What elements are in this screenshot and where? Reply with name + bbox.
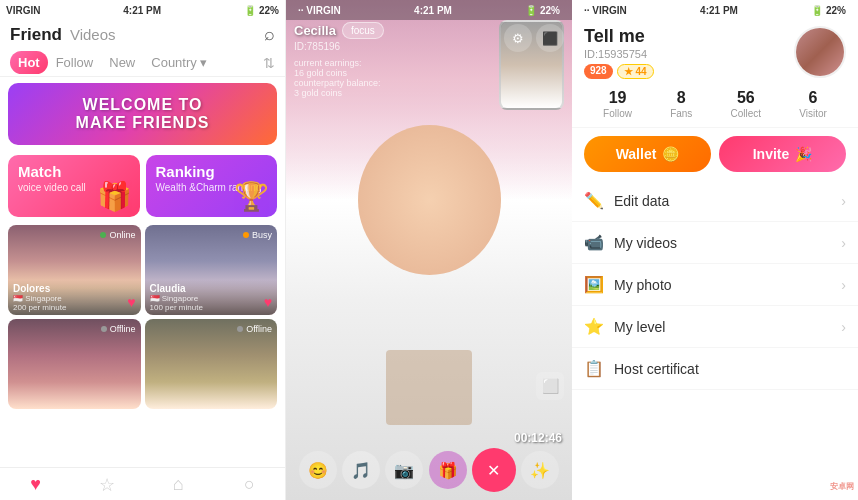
ranking-card[interactable]: Ranking Wealth &Charm ranking 🏆 — [146, 155, 278, 217]
arrow-icon-4: › — [841, 319, 846, 335]
invite-label: Invite — [753, 146, 790, 162]
edit-label: Edit data — [614, 193, 841, 209]
carrier-profile: ·· VIRGIN — [578, 5, 627, 16]
visitor-count: 6 — [799, 89, 827, 107]
emoji-button[interactable]: 😊 — [299, 451, 337, 489]
friend-content: WELCOME TOMAKE FRIENDS Match voice video… — [0, 77, 285, 467]
video-share-icon[interactable]: ⬛ — [536, 24, 564, 52]
arrow-icon-3: › — [841, 277, 846, 293]
time-friend: 4:21 PM — [123, 5, 161, 16]
call-timer: 00:12:46 — [514, 431, 562, 445]
battery-friend: 🔋 22% — [244, 5, 285, 16]
badge-level: 928 — [584, 64, 613, 79]
nav-heart[interactable]: ♥ — [0, 474, 71, 496]
user-card[interactable]: Online Dolores 🇸🇬 Singapore 200 per minu… — [8, 225, 141, 315]
menu-host-cert[interactable]: 📋 Host certificat — [572, 348, 858, 390]
camera-button[interactable]: 📷 — [385, 451, 423, 489]
ranking-title: Ranking — [156, 163, 268, 180]
tab-country[interactable]: Country ▾ — [143, 51, 215, 74]
friend-videos-tab[interactable]: Videos — [70, 26, 116, 43]
cert-label: Host certificat — [614, 361, 846, 377]
offline-dot-2 — [237, 326, 243, 332]
fans-count: 8 — [670, 89, 692, 107]
end-call-button[interactable]: ✕ — [472, 448, 516, 492]
video-top-icons: ⚙ ⬛ — [504, 24, 564, 52]
heart-button-2[interactable]: ♥ — [264, 294, 272, 310]
heart-button-1[interactable]: ♥ — [127, 294, 135, 310]
photo-label: My photo — [614, 277, 841, 293]
user-card[interactable]: Offline — [145, 319, 278, 409]
video-controls: 😊 🎵 📷 🎁 ✕ ✨ — [286, 448, 572, 492]
follow-count: 19 — [603, 89, 632, 107]
mute-button[interactable]: 🎵 — [342, 451, 380, 489]
feature-cards: Match voice video call 🎁 Ranking Wealth … — [0, 151, 285, 221]
user-status-1: Online — [100, 230, 135, 240]
user-rate-2: 100 per minute — [150, 303, 273, 312]
user-status-4: Offline — [237, 324, 272, 334]
menu-my-photo[interactable]: 🖼️ My photo › — [572, 264, 858, 306]
screenshot-button[interactable]: ⬜ — [536, 372, 564, 400]
search-icon[interactable]: ⌕ — [264, 24, 275, 45]
video-user-header: Cecilla focus ID:785196 current earnings… — [294, 22, 492, 98]
user-name-2: Claudia — [150, 283, 273, 294]
nav-star[interactable]: ☆ — [71, 474, 142, 496]
follow-label: Follow — [603, 108, 632, 119]
wallet-button[interactable]: Wallet 🪙 — [584, 136, 711, 172]
menu-edit-data[interactable]: ✏️ Edit data › — [572, 180, 858, 222]
profile-stats: 19 Follow 8 Fans 56 Collect 6 Visitor — [572, 85, 858, 128]
profile-actions: Wallet 🪙 Invite 🎉 — [572, 128, 858, 180]
match-title: Match — [18, 163, 130, 180]
user-grid: Online Dolores 🇸🇬 Singapore 200 per minu… — [0, 221, 285, 413]
user-name-1: Dolores — [13, 283, 136, 294]
status-bar-friend: VIRGIN 4:21 PM 🔋 22% — [0, 0, 285, 20]
filter-icon[interactable]: ⇅ — [263, 55, 275, 71]
video-panel: ·· VIRGIN 4:21 PM 🔋 22% — [286, 0, 572, 500]
level-icon: ⭐ — [584, 317, 604, 336]
time-profile: 4:21 PM — [700, 5, 738, 16]
gift-button[interactable]: 🎁 — [429, 451, 467, 489]
user-location-2: 🇸🇬 Singapore — [150, 294, 273, 303]
menu-my-level[interactable]: ⭐ My level › — [572, 306, 858, 348]
user-status-3: Offline — [101, 324, 136, 334]
profile-avatar — [794, 26, 846, 78]
video-user-info: Cecilla focus ID:785196 current earnings… — [294, 22, 384, 98]
icon-row-1: ⚙ ⬛ — [504, 24, 564, 52]
online-dot — [100, 232, 106, 238]
video-earnings: current earnings: 16 gold coins counterp… — [294, 58, 384, 98]
menu-my-videos[interactable]: 📹 My videos › — [572, 222, 858, 264]
focus-button[interactable]: focus — [342, 22, 384, 39]
tab-new[interactable]: New — [101, 51, 143, 74]
user-card[interactable]: Busy Claudia 🇸🇬 Singapore 100 per minute… — [145, 225, 278, 315]
friend-title: Friend — [10, 25, 62, 45]
fans-label: Fans — [670, 108, 692, 119]
cert-icon: 📋 — [584, 359, 604, 378]
nav-profile[interactable]: ○ — [214, 474, 285, 496]
collect-label: Collect — [731, 108, 762, 119]
profile-menu: ✏️ Edit data › 📹 My videos › 🖼️ My photo… — [572, 180, 858, 500]
profile-header: Tell me ID:15935754 928 ★ 44 — [572, 20, 858, 85]
wallet-label: Wallet — [616, 146, 657, 162]
video-username: Cecilla — [294, 23, 336, 38]
profile-info: Tell me ID:15935754 928 ★ 44 — [584, 26, 786, 79]
user-card[interactable]: Offline — [8, 319, 141, 409]
ranking-icon: 🏆 — [234, 180, 269, 213]
invite-icon: 🎉 — [795, 146, 812, 162]
status-bar-profile: ·· VIRGIN 4:21 PM 🔋 22% — [572, 0, 858, 20]
carrier-video: ·· VIRGIN — [292, 5, 341, 16]
arrow-icon: › — [841, 193, 846, 209]
friend-panel: VIRGIN 4:21 PM 🔋 22% Friend Videos ⌕ Hot… — [0, 0, 286, 500]
nav-home[interactable]: ⌂ — [143, 474, 214, 496]
stat-collect: 56 Collect — [731, 89, 762, 119]
video-user-id: ID:785196 — [294, 41, 384, 52]
battery-profile: 🔋 22% — [811, 5, 852, 16]
stat-fans: 8 Fans — [670, 89, 692, 119]
match-card[interactable]: Match voice video call 🎁 — [8, 155, 140, 217]
video-settings-icon[interactable]: ⚙ — [504, 24, 532, 52]
photo-icon: 🖼️ — [584, 275, 604, 294]
stat-visitor: 6 Visitor — [799, 89, 827, 119]
effects-button[interactable]: ✨ — [521, 451, 559, 489]
user-rate-1: 200 per minute — [13, 303, 136, 312]
tab-follow[interactable]: Follow — [48, 51, 102, 74]
tab-hot[interactable]: Hot — [10, 51, 48, 74]
invite-button[interactable]: Invite 🎉 — [719, 136, 846, 172]
